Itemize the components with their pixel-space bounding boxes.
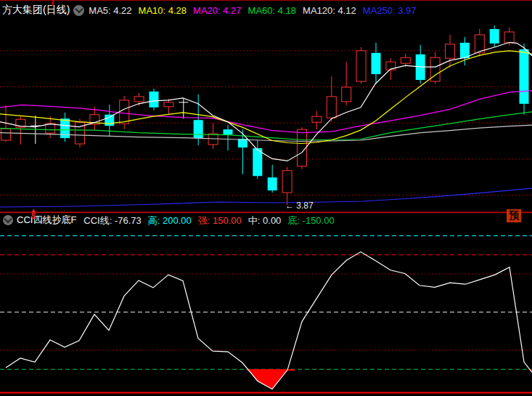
indicator-field-CCI线: CCI线: -76.73: [83, 215, 141, 226]
candle-body: [342, 87, 351, 102]
candle-body: [60, 118, 70, 138]
candle-body: [224, 129, 233, 134]
chevron-down-icon: [4, 215, 12, 223]
stock-chart-app: 方大集团(日线) MA5: 4.22MA10: 4.28MA20: 4.27MA…: [0, 0, 532, 396]
indicator-field-强: 强: 150.00: [198, 215, 242, 226]
dollar-icon: $: [28, 214, 38, 219]
candle-body: [401, 57, 410, 63]
candle-body: [120, 100, 129, 124]
indicator-header: CCI四线抄底F CCI线: -76.73高: 200.00强: 150.00中…: [1, 214, 341, 226]
candle-body: [1, 129, 11, 140]
candle-body: [194, 120, 203, 138]
candle-body: [164, 102, 173, 107]
alert-badge[interactable]: 预: [507, 209, 521, 222]
indicator-values: CCI线: -76.73高: 200.00强: 150.00中: 0.00底: …: [83, 214, 340, 227]
candle-body: [150, 92, 159, 108]
candle-body: [490, 29, 499, 44]
indicator-field-高: 高: 200.00: [148, 215, 192, 226]
indicator-name: CCI四线抄底F: [17, 214, 76, 227]
low-price-annotation: ← 3.87: [285, 201, 314, 211]
chart-canvas[interactable]: [0, 0, 532, 396]
candle-body: [105, 115, 114, 126]
candle-body: [134, 97, 144, 102]
panel-bottom-line: [0, 392, 532, 394]
candle-body: [446, 44, 455, 58]
indicator-field-中: 中: 0.00: [248, 215, 282, 226]
candle-body: [312, 116, 322, 122]
indicator-field-底: 底: -150.00: [287, 215, 334, 226]
top-border-line: [0, 0, 532, 1]
candle-body: [372, 53, 381, 74]
ma-line-MA250: [0, 188, 532, 207]
candle-body: [268, 177, 277, 190]
top-red-tick: [52, 0, 54, 6]
cci-line: [6, 252, 532, 389]
candle-body: [282, 171, 292, 193]
collapse-sub-panel-button[interactable]: [3, 215, 13, 225]
cci-oversold-fill: [247, 369, 287, 389]
candle-body: [520, 49, 529, 104]
candle-body: [356, 51, 366, 81]
buy-signal-marker: ▲ $: [28, 208, 38, 219]
candle-body: [504, 32, 514, 43]
candle-body: [327, 97, 336, 118]
